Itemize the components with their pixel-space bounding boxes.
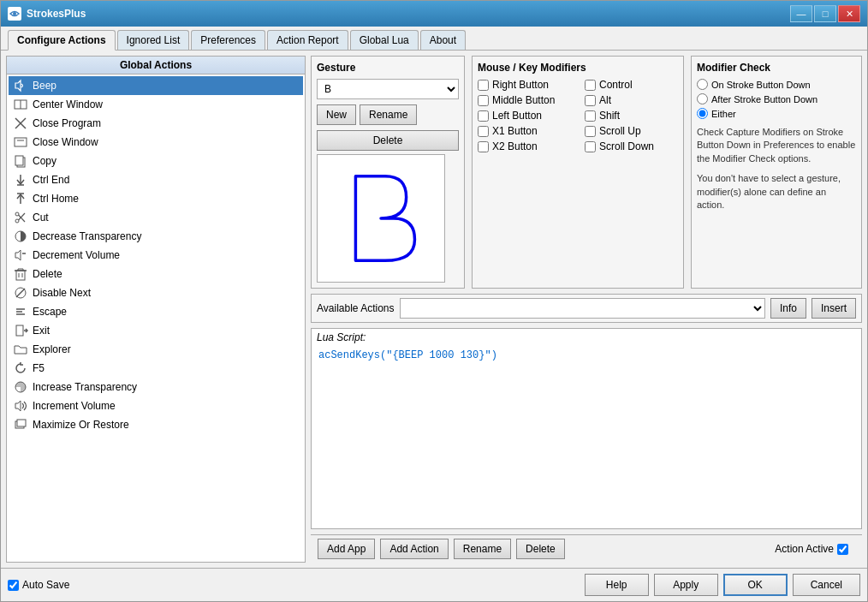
- modifier-radio-either[interactable]: [697, 108, 708, 119]
- list-item[interactable]: Increase Transparency: [9, 378, 303, 396]
- info-button[interactable]: Info: [770, 298, 806, 319]
- action-active-checkbox[interactable]: [837, 544, 848, 555]
- cancel-button[interactable]: Cancel: [793, 574, 860, 596]
- modifier-checkbox-shift[interactable]: [585, 110, 596, 122]
- insert-button[interactable]: Insert: [812, 298, 856, 319]
- action-item-icon: [12, 152, 29, 170]
- bottom-left-buttons: Add App Add Action Rename Delete: [318, 539, 565, 559]
- action-item-icon: [12, 284, 29, 301]
- list-item[interactable]: Close Window: [9, 133, 303, 152]
- list-item[interactable]: Maximize Or Restore: [9, 415, 303, 434]
- list-item[interactable]: Ctrl End: [9, 170, 303, 189]
- main-window: StrokesPlus — □ ✕ Configure ActionsIgnor…: [0, 0, 868, 602]
- action-item-label: Ctrl End: [33, 174, 69, 186]
- modifier-label: Shift: [599, 110, 620, 122]
- list-item[interactable]: Ctrl Home: [9, 189, 303, 208]
- gesture-dropdown[interactable]: B: [317, 79, 459, 99]
- action-item-icon: [12, 416, 29, 433]
- minimize-button[interactable]: —: [790, 5, 812, 22]
- list-item[interactable]: Disable Next: [9, 283, 303, 302]
- list-item[interactable]: F5: [9, 359, 303, 378]
- delete-gesture-button[interactable]: Delete: [317, 130, 459, 151]
- modifier-label: Scroll Down: [599, 140, 654, 152]
- gesture-buttons: New Rename: [317, 104, 459, 125]
- list-item[interactable]: Copy: [9, 152, 303, 170]
- lua-editor[interactable]: acSendKeys("{BEEP 1000 130}"): [312, 346, 861, 528]
- left-panel: Global Actions BeepCenter WindowClose Pr…: [6, 56, 306, 563]
- modifier-checkbox-scroll-down[interactable]: [585, 141, 596, 152]
- list-item[interactable]: Escape: [9, 302, 303, 321]
- tab-configure-actions[interactable]: Configure Actions: [8, 30, 116, 51]
- action-item-label: Close Window: [33, 136, 98, 148]
- svg-rect-25: [16, 325, 23, 336]
- action-item-label: Center Window: [33, 98, 103, 110]
- list-item[interactable]: Explorer: [9, 340, 303, 359]
- action-item-label: Explorer: [33, 343, 71, 355]
- list-item[interactable]: Delete: [9, 265, 303, 283]
- action-item-icon: [12, 378, 29, 396]
- lua-label: Lua Script:: [312, 329, 861, 346]
- svg-rect-5: [15, 138, 27, 146]
- action-item-icon: [12, 134, 29, 151]
- auto-save-checkbox[interactable]: [8, 580, 19, 591]
- help-button[interactable]: Help: [585, 574, 649, 596]
- modifier-checkbox-x1-button[interactable]: [478, 126, 489, 137]
- list-item[interactable]: Exit: [9, 321, 303, 340]
- svg-rect-8: [15, 156, 23, 165]
- list-item[interactable]: Increment Volume: [9, 396, 303, 415]
- modifier-checkbox-alt[interactable]: [585, 95, 596, 106]
- rename-action-button[interactable]: Rename: [454, 539, 511, 559]
- tab-global-lua[interactable]: Global Lua: [350, 30, 419, 50]
- list-item[interactable]: Decrease Transparency: [9, 227, 303, 246]
- rename-gesture-button[interactable]: Rename: [360, 104, 417, 125]
- tab-action-report[interactable]: Action Report: [267, 30, 348, 50]
- gesture-section: Gesture B New Rename Delete: [311, 56, 465, 289]
- tab-about[interactable]: About: [420, 30, 466, 50]
- add-app-button[interactable]: Add App: [318, 539, 375, 559]
- available-actions-label: Available Actions: [317, 302, 395, 314]
- actions-list[interactable]: BeepCenter WindowClose ProgramClose Wind…: [7, 75, 305, 562]
- modifier-checkbox-item: Shift: [585, 110, 678, 122]
- action-item-icon: [12, 247, 29, 264]
- add-action-button[interactable]: Add Action: [380, 539, 448, 559]
- list-item[interactable]: Beep: [9, 76, 303, 95]
- modifiers-section: Mouse / Key Modifiers Right ButtonContro…: [472, 56, 684, 289]
- modifier-check-section: Modifier Check On Stroke Button DownAfte…: [691, 56, 862, 289]
- modifier-checkbox-x2-button[interactable]: [478, 141, 489, 152]
- modifier-radio-after-stroke-button-down[interactable]: [697, 93, 708, 104]
- list-item[interactable]: Center Window: [9, 95, 303, 114]
- right-top: Gesture B New Rename Delete: [311, 56, 862, 289]
- tabs-bar: Configure ActionsIgnored ListPreferences…: [1, 27, 867, 51]
- svg-rect-19: [16, 271, 25, 280]
- list-item[interactable]: Cut: [9, 208, 303, 227]
- list-item[interactable]: Close Program: [9, 114, 303, 133]
- modifier-checkbox-scroll-up[interactable]: [585, 126, 596, 137]
- delete-action-button[interactable]: Delete: [516, 539, 565, 559]
- maximize-button[interactable]: □: [814, 5, 836, 22]
- auto-save-area: Auto Save: [8, 579, 69, 591]
- modifier-checkbox-left-button[interactable]: [478, 110, 489, 122]
- modifier-radio-on-stroke-button-down[interactable]: [697, 79, 708, 90]
- modifier-checkbox-middle-button[interactable]: [478, 95, 489, 106]
- apply-button[interactable]: Apply: [654, 574, 718, 596]
- action-item-icon: [12, 228, 29, 245]
- modifier-checkbox-control[interactable]: [585, 80, 596, 91]
- tab-preferences[interactable]: Preferences: [191, 30, 265, 50]
- tab-ignored-list[interactable]: Ignored List: [117, 30, 190, 50]
- modifier-checkbox-item: X1 Button: [478, 125, 571, 137]
- action-item-icon: [12, 190, 29, 207]
- new-gesture-button[interactable]: New: [317, 104, 356, 125]
- right-panel: Gesture B New Rename Delete: [311, 56, 862, 563]
- list-item[interactable]: Decrement Volume: [9, 246, 303, 265]
- bottom-bar: Add App Add Action Rename Delete Action …: [311, 534, 862, 563]
- ok-button[interactable]: OK: [723, 574, 788, 596]
- modifier-checkbox-right-button[interactable]: [478, 80, 489, 91]
- close-button[interactable]: ✕: [838, 5, 860, 22]
- modifier-checkbox-item: X2 Button: [478, 140, 571, 152]
- modifier-label: Right Button: [492, 79, 549, 91]
- action-item-icon: [12, 341, 29, 358]
- action-item-icon: [12, 77, 29, 94]
- available-actions-dropdown[interactable]: [400, 298, 765, 319]
- action-item-label: Increment Volume: [33, 400, 116, 412]
- modifiers-title: Mouse / Key Modifiers: [478, 62, 678, 74]
